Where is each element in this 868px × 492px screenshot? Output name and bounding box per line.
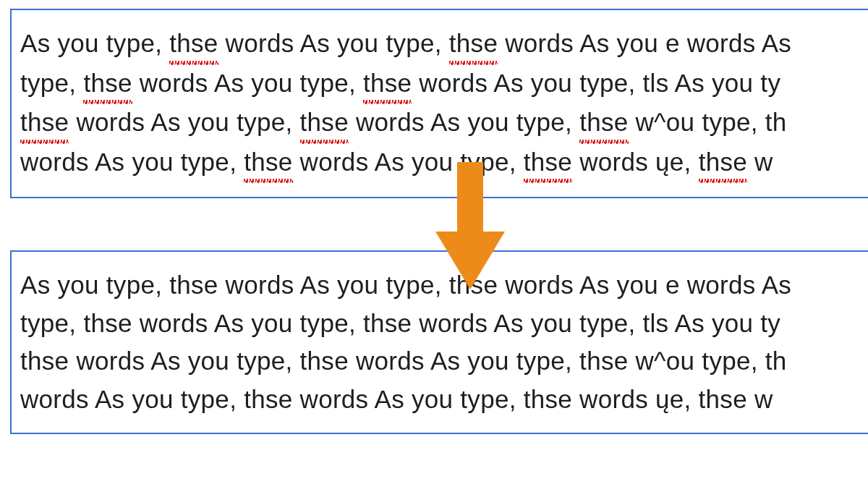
before-box: As you type, thse words As you type, ths…: [10, 9, 868, 198]
text-line: words As you type, thse words As you typ…: [20, 143, 868, 183]
misspelled-word: thse: [524, 143, 572, 183]
text-segment: words ųe,: [572, 148, 699, 176]
misspelled-word: thse: [363, 64, 412, 104]
misspelled-word: thse: [699, 143, 747, 183]
text-line: As you type, thse words As you type, ths…: [20, 266, 868, 305]
text-line: thse words As you type, thse words As yo…: [20, 342, 868, 381]
misspelled-word: thse: [300, 103, 349, 143]
text-segment: words As you type,: [132, 69, 363, 97]
text-segment: thse words As you type, thse words As yo…: [20, 347, 787, 375]
text-segment: words As you type,: [293, 148, 524, 176]
misspelled-word: thse: [20, 103, 69, 143]
after-box: As you type, thse words As you type, ths…: [10, 250, 868, 434]
misspelled-word: thse: [449, 25, 498, 64]
text-segment: type,: [20, 69, 83, 97]
text-line: thse words As you type, thse words As yo…: [20, 103, 868, 143]
misspelled-word: thse: [579, 103, 628, 143]
text-line: words As you type, thse words As you typ…: [20, 381, 868, 419]
text-segment: words As you type, thse words As you typ…: [20, 385, 773, 413]
text-segment: words As you type,: [20, 148, 244, 176]
text-line: As you type, thse words As you type, ths…: [20, 25, 868, 64]
misspelled-word: thse: [244, 143, 292, 183]
misspelled-word: thse: [169, 25, 218, 64]
text-segment: words As you type, tls As you ty: [412, 69, 780, 97]
text-line: type, thse words As you type, thse words…: [20, 305, 868, 343]
text-segment: As you type, thse words As you type, ths…: [20, 271, 791, 299]
text-segment: words As you e words As: [498, 29, 791, 57]
text-segment: words As you type,: [218, 29, 449, 57]
text-segment: words As you type,: [69, 108, 299, 136]
text-line: type, thse words As you type, thse words…: [20, 64, 868, 104]
text-segment: w: [747, 148, 773, 176]
text-segment: words As you type,: [349, 108, 579, 136]
text-segment: As you type,: [20, 29, 169, 57]
text-segment: type, thse words As you type, thse words…: [20, 309, 780, 337]
misspelled-word: thse: [83, 64, 132, 104]
text-segment: w^ou type, th: [629, 108, 787, 136]
